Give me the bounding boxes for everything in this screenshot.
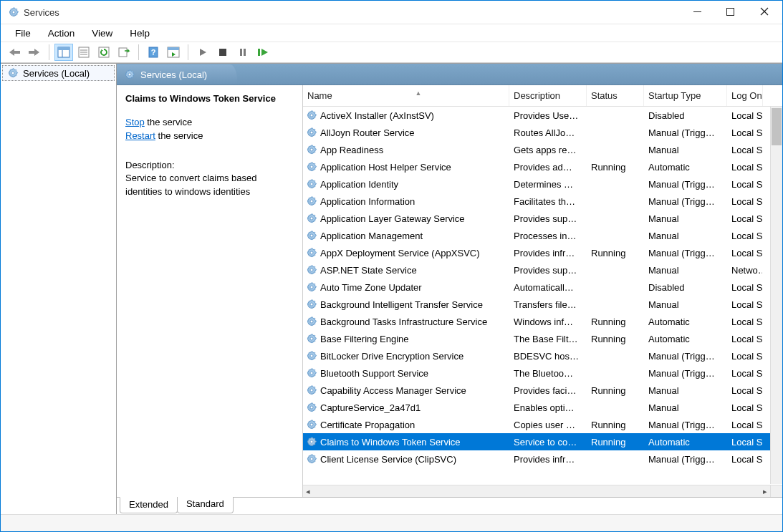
service-row[interactable]: Application Layer Gateway ServiceProvide… [303,210,782,227]
service-logon: Local S… [727,316,763,327]
restart-service-button[interactable] [254,44,272,61]
service-row[interactable]: AllJoyn Router ServiceRoutes AllJo…Manua… [303,124,782,141]
services-window: Services File Action View Help ? [0,0,783,532]
vertical-scrollbar[interactable] [770,107,782,484]
service-row[interactable]: Application InformationFacilitates th…Ma… [303,193,782,210]
service-row[interactable]: Application Host Helper ServiceProvides … [303,158,782,175]
service-row[interactable]: App ReadinessGets apps re…ManualLocal S… [303,141,782,158]
back-button[interactable] [5,44,24,61]
toolbar: ? [1,42,782,63]
service-startup: Manual [644,213,727,224]
tree-node-services-local[interactable]: Services (Local) [2,65,115,81]
service-startup: Automatic [644,162,727,173]
gear-icon [306,110,317,121]
service-name: AppX Deployment Service (AppXSVC) [320,248,480,258]
column-header-description[interactable]: Description [509,85,587,106]
column-header-logon[interactable]: Log On As [727,85,763,106]
service-logon: Local S… [727,145,763,155]
close-button[interactable] [746,1,782,22]
scroll-corner [770,485,782,497]
properties-button[interactable] [75,44,93,61]
svg-rect-7 [58,47,69,50]
service-logon: Local S… [727,248,763,258]
service-row[interactable]: Background Tasks Infrastructure ServiceW… [303,313,782,330]
menu-help[interactable]: Help [123,26,157,40]
tab-standard[interactable]: Standard [177,497,234,513]
service-description: Determines … [509,179,587,190]
service-status: Running [587,334,644,344]
service-row[interactable]: Capability Access Manager ServiceProvide… [303,382,782,399]
description-label: Description: [125,159,294,173]
column-header-status[interactable]: Status [587,85,644,106]
service-logon: Local S… [727,110,763,121]
service-row[interactable]: CaptureService_2a47d1Enables opti…Manual… [303,399,782,416]
service-description: Windows inf… [509,316,587,327]
scroll-right-icon[interactable]: ▸ [760,487,770,496]
help-button[interactable]: ? [144,44,163,61]
show-hide-tree-button[interactable] [54,44,73,61]
window-title: Services [24,7,59,18]
service-row[interactable]: Auto Time Zone UpdaterAutomaticall…Disab… [303,279,782,296]
service-row[interactable]: Application IdentityDetermines …Manual (… [303,175,782,193]
service-name: AllJoyn Router Service [320,127,415,138]
menu-action[interactable]: Action [41,26,82,40]
action-button[interactable] [164,44,183,61]
export-button[interactable] [115,44,133,61]
service-description: Provides sup… [509,213,587,224]
menu-view[interactable]: View [85,26,120,40]
service-row[interactable]: AppX Deployment Service (AppXSVC)Provide… [303,244,782,261]
service-row[interactable]: Client License Service (ClipSVC)Provides… [303,450,782,468]
column-header-startup[interactable]: Startup Type [644,85,727,106]
service-logon: Local S… [727,351,763,362]
minimize-button[interactable] [681,1,714,22]
list-body[interactable]: ActiveX Installer (AxInstSV)Provides Use… [303,107,782,497]
service-row[interactable]: ASP.NET State ServiceProvides sup…Manual… [303,261,782,279]
stop-service-button[interactable] [213,44,232,61]
column-header-name[interactable]: Name ▲ [303,85,509,106]
svg-text:?: ? [151,48,156,57]
service-startup: Manual (Trigg… [644,127,727,138]
service-logon: Local S… [727,420,763,430]
service-description: Routes AllJo… [509,127,587,138]
gear-icon [306,333,317,344]
service-row[interactable]: Application ManagementProcesses in…Manua… [303,227,782,244]
service-name: Certificate Propagation [320,420,415,430]
service-startup: Manual [644,265,727,276]
stop-suffix: the service [145,117,192,127]
service-name: CaptureService_2a47d1 [320,402,421,413]
service-row[interactable]: BitLocker Drive Encryption ServiceBDESVC… [303,347,782,364]
menu-file[interactable]: File [8,26,38,40]
tab-extended[interactable]: Extended [120,497,178,513]
start-service-button[interactable] [193,44,212,61]
detail-pane: Claims to Windows Token Service Stop the… [117,85,302,497]
gear-icon [124,69,135,80]
service-startup: Automatic [644,334,727,344]
toolbar-separator [49,44,49,60]
restart-link[interactable]: Restart [125,130,155,141]
stop-link[interactable]: Stop [125,117,145,127]
selected-service-name: Claims to Windows Token Service [125,92,294,106]
refresh-button[interactable] [95,44,113,61]
gear-icon [306,127,317,138]
service-row[interactable]: Bluetooth Support ServiceThe Bluetoo…Man… [303,364,782,382]
service-row[interactable]: Claims to Windows Token ServiceService t… [303,433,782,450]
pause-service-button[interactable] [234,44,252,61]
maximize-button[interactable] [714,1,746,22]
service-startup: Manual [644,385,727,396]
gear-icon [306,316,317,327]
scrollbar-thumb[interactable] [772,108,782,145]
service-row[interactable]: Certificate PropagationCopies user …Runn… [303,416,782,433]
service-row[interactable]: Background Intelligent Transfer ServiceT… [303,296,782,313]
service-row[interactable]: Base Filtering EngineThe Base Filt…Runni… [303,330,782,347]
gear-icon [306,195,317,207]
pane-header: Services (Local) [117,64,782,85]
scroll-left-icon[interactable]: ◂ [303,487,313,496]
service-row[interactable]: ActiveX Installer (AxInstSV)Provides Use… [303,107,782,124]
forward-button[interactable] [25,44,44,61]
horizontal-scrollbar[interactable]: ◂ ▸ [303,485,770,497]
service-status: Running [587,162,644,173]
service-name: Background Tasks Infrastructure Service [320,316,487,327]
gear-icon [7,67,19,79]
service-status: Running [587,420,644,430]
right-pane: Services (Local) Claims to Windows Token… [117,64,782,514]
